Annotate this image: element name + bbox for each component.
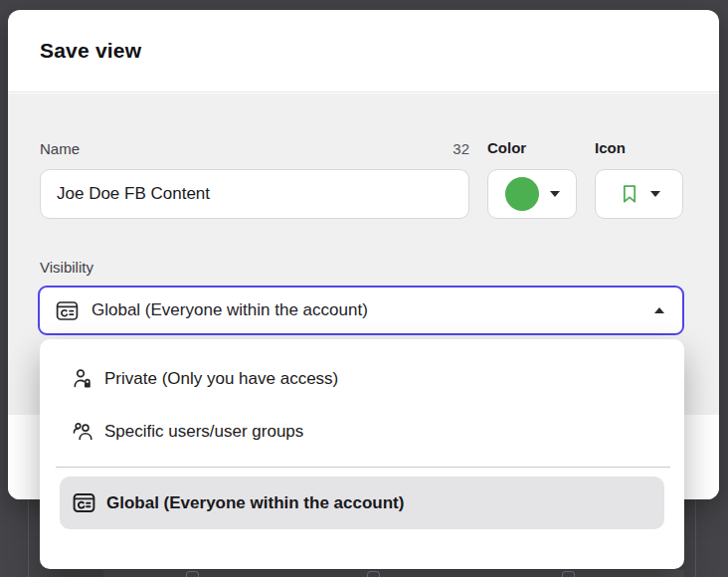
visibility-option-global-selected[interactable]: Global (Everyone within the account)	[60, 477, 664, 529]
option-label: Global (Everyone within the account)	[106, 493, 404, 513]
background-icon	[562, 571, 575, 577]
name-label-row: Name 32	[40, 140, 469, 157]
visibility-selected-value: Global (Everyone within the account)	[91, 300, 368, 320]
background-icon	[186, 571, 199, 577]
visibility-label: Visibility	[40, 259, 93, 276]
option-label: Private (Only you have access)	[104, 369, 338, 389]
option-label: Specific users/user groups	[104, 422, 303, 442]
user-lock-icon	[72, 368, 93, 390]
visibility-dropdown: Private (Only you have access) Specific …	[40, 339, 684, 569]
color-label: Color	[487, 139, 526, 156]
background-icon	[367, 571, 380, 577]
name-char-count: 32	[453, 140, 469, 157]
background-table-border	[695, 499, 696, 577]
chevron-up-icon	[654, 307, 664, 313]
visibility-select[interactable]: Global (Everyone within the account)	[38, 286, 684, 335]
chevron-down-icon	[550, 191, 560, 197]
name-label: Name	[40, 140, 80, 157]
color-picker-button[interactable]	[487, 169, 577, 219]
name-input[interactable]	[40, 169, 469, 219]
visibility-option-private[interactable]: Private (Only you have access)	[40, 352, 684, 405]
global-window-icon	[56, 299, 79, 322]
background-table-border	[28, 499, 29, 577]
icon-label: Icon	[595, 139, 626, 156]
chevron-down-icon	[650, 191, 660, 197]
modal-header: Save view	[8, 10, 719, 93]
user-group-icon	[72, 421, 93, 443]
page-backdrop: Save view Name 32 Color Icon	[0, 0, 728, 577]
icon-picker-button[interactable]	[595, 169, 683, 219]
visibility-option-specific-users[interactable]: Specific users/user groups	[40, 405, 684, 458]
global-window-icon	[73, 491, 95, 514]
bookmark-icon	[619, 182, 640, 206]
modal-title: Save view	[40, 39, 141, 63]
dropdown-divider	[56, 467, 670, 468]
color-swatch-icon	[505, 177, 539, 211]
